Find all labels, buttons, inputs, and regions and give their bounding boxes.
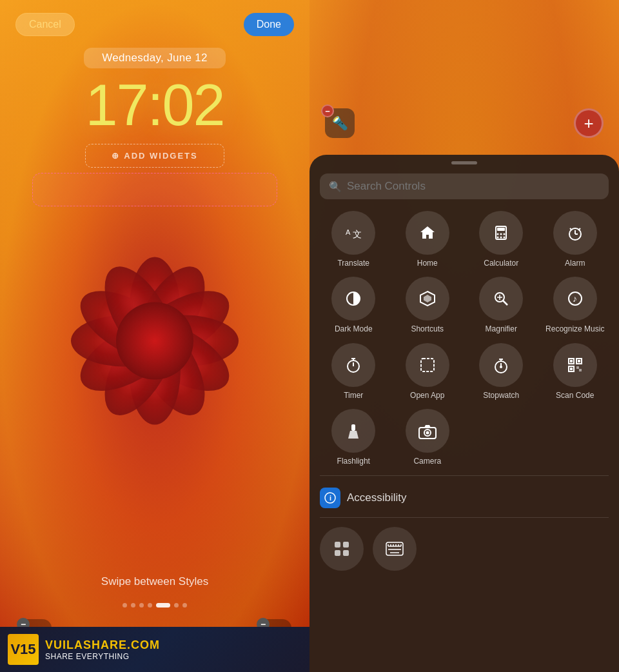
camera-label: Camera [413,457,441,466]
svg-point-4 [497,233,499,235]
search-icon: 🔍 [329,181,342,193]
calculator-label: Calculator [484,259,518,268]
svg-point-5 [500,233,502,235]
top-left-remove-control[interactable]: − 🔦 [325,108,355,138]
dark-mode-icon [344,290,362,308]
svg-rect-39 [570,368,573,370]
svg-rect-37 [570,360,573,362]
accessibility-icon: i [320,488,340,508]
search-bar[interactable]: 🔍 [320,173,609,199]
watermark-site-name: VUILASHARE.COM [45,638,160,652]
control-magnifier[interactable]: Magnifier [467,277,535,333]
open-app-circle [406,343,449,387]
top-right-add-control[interactable]: + [574,108,604,138]
control-scan-code[interactable]: Scan Code [542,343,609,400]
svg-point-7 [497,237,499,239]
shortcuts-circle [406,277,449,321]
translate-circle: A 文 [331,211,375,255]
left-panel: Cancel Done Wednesday, June 12 17:02 ⊕ A… [0,0,310,672]
watermark: V15 VUILASHARE.COM SHARE EVERYTHING [0,627,310,672]
control-calculator[interactable]: Calculator [467,211,535,268]
recognize-music-circle: ♪ [553,277,597,321]
control-dark-mode[interactable]: Dark Mode [320,277,388,333]
calculator-circle [479,211,523,255]
dot-7 [182,603,187,608]
home-label: Home [417,259,438,268]
dot-2 [131,603,135,608]
control-shortcuts[interactable]: Shortcuts [394,277,462,333]
watermark-logo-text: V15 [10,641,35,658]
alarm-label: Alarm [565,259,585,268]
bottom-sheet: 🔍 A 文 Translate Home [310,155,619,672]
left-content: Cancel Done Wednesday, June 12 17:02 ⊕ A… [0,0,310,672]
divider-1 [320,475,609,476]
time-display: 17:02 [85,72,224,139]
svg-marker-43 [348,431,359,439]
svg-rect-3 [497,228,505,231]
widget-placeholder [32,173,277,206]
flashlight-icon-ctrl [344,422,362,440]
dot-6 [174,603,179,608]
svg-rect-49 [335,542,340,548]
svg-point-33 [500,366,502,368]
svg-rect-51 [335,550,340,556]
control-home[interactable]: Home [394,211,462,268]
bottom-icon-grid[interactable] [320,527,364,571]
control-stopwatch[interactable]: Stopwatch [467,343,535,400]
svg-line-19 [503,301,507,305]
svg-rect-52 [343,550,349,556]
bottom-icons-row [310,518,619,571]
control-translate[interactable]: A 文 Translate [320,211,388,268]
translate-icon: A 文 [344,223,363,242]
plus-icon: ⊕ [112,151,120,161]
sheet-handle [451,161,477,164]
recognize-music-icon: ♪ [566,290,584,308]
cancel-button[interactable]: Cancel [15,13,75,36]
control-flashlight[interactable]: Flashlight [320,409,388,466]
open-app-label: Open App [410,391,444,400]
svg-rect-42 [351,424,355,431]
add-widgets-button[interactable]: ⊕ ADD WIDGETS [85,144,224,168]
scan-code-circle [553,343,597,387]
recognize-music-label: Recognize Music [545,324,604,333]
info-icon: i [324,492,336,504]
control-camera[interactable]: Camera [394,409,462,466]
timer-circle [331,343,375,387]
dot-5-active [156,603,170,608]
accessibility-label: Accessibility [347,491,407,504]
timer-icon [344,356,362,374]
svg-point-46 [426,431,429,435]
remove-badge[interactable]: − [321,104,334,117]
bottom-icon-keyboard[interactable] [373,527,417,571]
alarm-circle [553,211,597,255]
svg-text:i: i [329,494,331,502]
svg-rect-28 [421,359,434,371]
timer-label: Timer [344,391,363,400]
control-timer[interactable]: Timer [320,343,388,400]
alarm-icon [566,224,584,242]
control-open-app[interactable]: Open App [394,343,462,400]
svg-text:♪: ♪ [573,294,577,304]
keyboard-icon [386,542,404,556]
stopwatch-label: Stopwatch [483,391,519,400]
dark-mode-circle [331,277,375,321]
stopwatch-icon [492,356,510,374]
done-button[interactable]: Done [244,13,294,36]
add-button[interactable]: + [574,108,604,138]
control-alarm[interactable]: Alarm [542,211,609,268]
controls-grid: A 文 Translate Home [310,199,619,466]
camera-circle [406,409,449,453]
control-recognize-music[interactable]: ♪ Recognize Music [542,277,609,333]
swipe-label: Swipe between Styles [101,575,208,588]
watermark-tagline: SHARE EVERYTHING [45,652,160,661]
shortcuts-label: Shortcuts [411,324,444,333]
watermark-text-block: VUILASHARE.COM SHARE EVERYTHING [45,638,160,661]
svg-rect-50 [343,542,349,548]
svg-rect-38 [578,360,580,362]
search-input[interactable] [347,180,600,193]
date-display: Wednesday, June 12 [84,48,226,68]
svg-point-9 [504,237,506,239]
svg-rect-41 [579,369,582,371]
scan-code-icon [566,356,584,374]
remove-icon-wrap: − 🔦 [325,108,355,138]
